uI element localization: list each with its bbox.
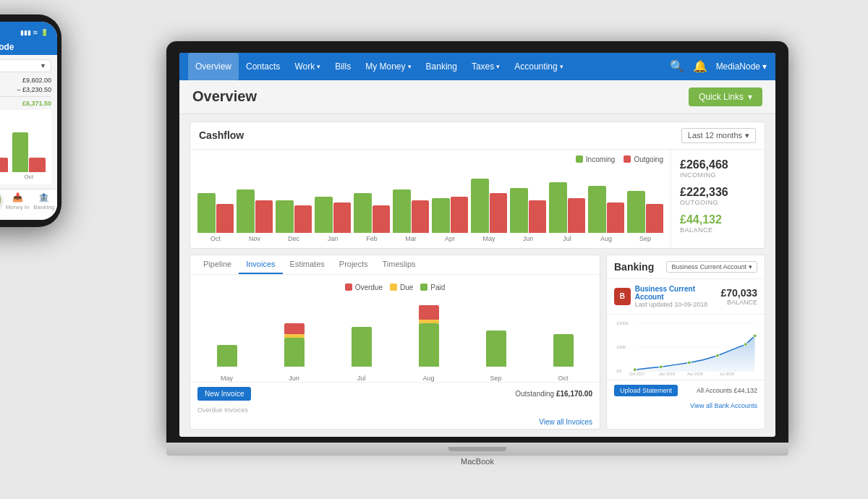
svg-point-9 [687, 361, 691, 364]
inv-group-aug [398, 305, 459, 367]
legend-due: Due [390, 283, 413, 291]
bar-group-aug [588, 186, 624, 233]
phone-outcomings-amount: – £3,230.50 [17, 86, 51, 93]
upload-statement-button[interactable]: Upload Statement [614, 385, 678, 396]
nav-accounting-chevron: ▾ [560, 63, 563, 70]
inv-aug-due [419, 320, 439, 323]
view-all-invoices-link[interactable]: View all Invoices [190, 417, 600, 429]
inv-label-aug: Aug [398, 375, 459, 382]
tab-projects[interactable]: Projects [332, 255, 375, 274]
bar-jan-in [315, 197, 333, 233]
nav-item-banking[interactable]: Banking [419, 53, 464, 80]
nav-item-my-money[interactable]: My Money ▾ [358, 53, 418, 80]
phone-incomings-amount: £9,602.00 [22, 77, 51, 84]
invoices-legend: Overdue Due Paid [196, 281, 594, 294]
nav-item-work[interactable]: Work ▾ [287, 53, 328, 80]
inv-may-paid [217, 345, 237, 367]
bar-dec-in [276, 200, 294, 233]
inv-aug-paid [419, 323, 439, 367]
clabel-mar: Mar [393, 235, 429, 242]
bar-mar-out [412, 200, 430, 233]
phone-bar-sep-red [0, 158, 8, 172]
quick-links-button[interactable]: Quick Links ▾ [689, 88, 762, 106]
legend-due-dot [390, 283, 397, 291]
inv-label-may: May [196, 375, 258, 382]
stat-outgoing-label: OUTGOING [680, 199, 756, 206]
tab-timeslips[interactable]: Timeslips [375, 255, 423, 274]
bar-jul-in [549, 182, 567, 233]
search-icon[interactable]: 🔍 [670, 59, 684, 73]
bank-account-name-link[interactable]: Business Current Account [635, 285, 721, 301]
period-chevron: ▾ [745, 131, 749, 140]
inv-stack-aug [419, 305, 439, 367]
phone-device: 9:41 ▮▮▮ ≋ 🔋 MediaNode Last 3 months ▼ I… [0, 14, 61, 227]
outstanding-amount: £16,170.00 [556, 390, 592, 398]
invoices-tab-bar: Pipeline Invoices Estimates Projects Tim… [190, 255, 600, 275]
nav-right-area: 🔍 🔔 MediaNode ▾ [670, 59, 767, 73]
banking-account-selector[interactable]: Business Current Account ▾ [666, 261, 757, 273]
inv-stack-may [217, 345, 237, 367]
phone-app-header: MediaNode [0, 39, 57, 55]
bar-group-nov [237, 189, 273, 233]
phone-period-selector[interactable]: Last 3 months ▼ [0, 59, 51, 72]
notifications-icon[interactable]: 🔔 [693, 59, 707, 73]
stat-outgoing: £222,336 OUTGOING [680, 186, 756, 206]
nav-label-accounting: Accounting [514, 61, 557, 72]
period-selector[interactable]: Last 12 months ▾ [681, 128, 756, 143]
phone-status-bar: 9:41 ▮▮▮ ≋ 🔋 [0, 22, 57, 39]
view-all-bank-accounts-link[interactable]: View all Bank Accounts [607, 401, 765, 412]
bar-may-in [471, 179, 489, 233]
phone-bar-oct-red [29, 158, 46, 172]
inv-jun-paid [284, 338, 305, 367]
tab-invoices[interactable]: Invoices [239, 255, 282, 274]
clabel-apr: Apr [432, 235, 468, 242]
bank-balance-value: £70,033 [720, 287, 757, 299]
nav-item-taxes[interactable]: Taxes ▾ [464, 53, 507, 80]
clabel-feb: Feb [354, 235, 390, 242]
legend-overdue: Overdue [345, 283, 383, 291]
page-title: Overview [192, 88, 257, 105]
phone-screen: 9:41 ▮▮▮ ≋ 🔋 MediaNode Last 3 months ▼ I… [0, 22, 57, 220]
legend-incoming-dot [576, 155, 583, 163]
clabel-jul: Jul [549, 235, 585, 242]
bar-oct-out [216, 204, 234, 233]
stat-balance-value: £44,132 [680, 213, 756, 226]
phone-net-row: Net Cashflow £6,371.50 [0, 100, 51, 107]
nav-item-overview[interactable]: Overview [188, 53, 239, 80]
bar-feb-out [373, 205, 391, 233]
tab-pipeline[interactable]: Pipeline [196, 255, 239, 274]
inv-jun-overdue [284, 323, 305, 334]
phone-tab-banking-icon: 🏦 [38, 192, 49, 202]
bank-logo: B [614, 288, 631, 305]
phone-chart-month-labels: Aug Sep Oct [0, 172, 48, 182]
bar-mar-in [393, 189, 411, 233]
bank-last-updated: Last updated 10-09-2018 [635, 301, 721, 308]
stat-incoming: £266,468 INCOMING [680, 158, 756, 179]
nav-item-contacts[interactable]: Contacts [239, 53, 287, 80]
banking-chart-svg: £100k £50k £0 [613, 319, 759, 375]
quick-links-label: Quick Links [699, 92, 744, 102]
new-invoice-button[interactable]: New Invoice [197, 387, 251, 401]
svg-point-10 [715, 354, 719, 357]
clabel-oct: Oct [197, 235, 234, 242]
phone-tab-money-in[interactable]: 📥 Money In [4, 192, 31, 217]
tab-estimates[interactable]: Estimates [283, 255, 332, 274]
user-menu[interactable]: MediaNode ▾ [716, 61, 767, 72]
phone-fab-button[interactable]: + [0, 189, 1, 210]
nav-item-bills[interactable]: Bills [328, 53, 358, 80]
clabel-may: May [471, 235, 507, 242]
phone-label-sep: Sep [0, 174, 8, 180]
nav-item-accounting[interactable]: Accounting ▾ [507, 53, 570, 80]
phone-outcomings-row: Outcomings – £3,230.50 [0, 86, 51, 93]
phone-net-amount: £6,371.50 [22, 100, 51, 107]
inv-jul-paid [352, 327, 372, 367]
nav-bar: Overview Contacts Work ▾ Bills My Money [179, 53, 775, 80]
svg-point-12 [753, 333, 757, 337]
bar-feb-in [354, 193, 372, 233]
inv-group-oct [532, 334, 594, 367]
laptop-bezel: Overview Contacts Work ▾ Bills My Money [166, 41, 788, 443]
bar-oct-in [197, 193, 216, 233]
inv-group-sep [465, 330, 527, 367]
legend-incoming-label: Incoming [586, 155, 616, 163]
phone-tab-banking[interactable]: 🏦 Banking [30, 192, 57, 217]
